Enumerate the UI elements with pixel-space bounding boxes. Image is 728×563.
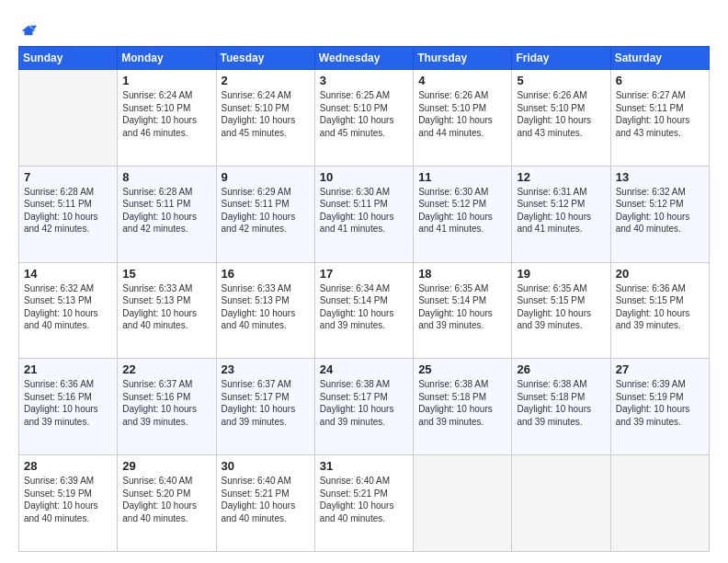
page: SundayMondayTuesdayWednesdayThursdayFrid… bbox=[0, 0, 728, 563]
calendar-week-row: 1Sunrise: 6:24 AMSunset: 5:10 PMDaylight… bbox=[19, 70, 710, 167]
day-number: 22 bbox=[122, 362, 210, 376]
calendar-cell bbox=[19, 70, 118, 167]
day-info: Sunrise: 6:36 AMSunset: 5:15 PMDaylight:… bbox=[616, 282, 704, 332]
day-info: Sunrise: 6:35 AMSunset: 5:14 PMDaylight:… bbox=[418, 282, 506, 332]
day-number: 24 bbox=[320, 362, 408, 376]
weekday-header: Sunday bbox=[19, 47, 118, 70]
day-number: 16 bbox=[222, 267, 310, 281]
day-number: 10 bbox=[320, 170, 408, 184]
calendar-header-row: SundayMondayTuesdayWednesdayThursdayFrid… bbox=[19, 47, 710, 70]
calendar-cell: 9Sunrise: 6:29 AMSunset: 5:11 PMDaylight… bbox=[216, 166, 314, 262]
calendar-cell: 14Sunrise: 6:32 AMSunset: 5:13 PMDayligh… bbox=[19, 262, 118, 359]
calendar-cell: 30Sunrise: 6:40 AMSunset: 5:21 PMDayligh… bbox=[216, 455, 314, 552]
calendar-cell: 5Sunrise: 6:26 AMSunset: 5:10 PMDaylight… bbox=[512, 70, 610, 167]
calendar-cell: 1Sunrise: 6:24 AMSunset: 5:10 PMDaylight… bbox=[118, 70, 216, 167]
calendar-cell: 22Sunrise: 6:37 AMSunset: 5:16 PMDayligh… bbox=[118, 359, 216, 455]
day-number: 15 bbox=[122, 267, 210, 281]
weekday-header: Thursday bbox=[414, 47, 512, 70]
day-info: Sunrise: 6:38 AMSunset: 5:18 PMDaylight:… bbox=[517, 378, 605, 428]
day-number: 31 bbox=[320, 459, 408, 473]
day-info: Sunrise: 6:24 AMSunset: 5:10 PMDaylight:… bbox=[222, 89, 310, 139]
day-info: Sunrise: 6:37 AMSunset: 5:16 PMDaylight:… bbox=[122, 378, 210, 428]
weekday-header: Monday bbox=[118, 47, 216, 70]
day-info: Sunrise: 6:26 AMSunset: 5:10 PMDaylight:… bbox=[418, 89, 506, 139]
day-info: Sunrise: 6:40 AMSunset: 5:20 PMDaylight:… bbox=[122, 475, 210, 524]
weekday-header: Tuesday bbox=[216, 47, 314, 70]
calendar-cell: 16Sunrise: 6:33 AMSunset: 5:13 PMDayligh… bbox=[216, 262, 314, 359]
day-number: 28 bbox=[24, 459, 112, 473]
day-info: Sunrise: 6:40 AMSunset: 5:21 PMDaylight:… bbox=[320, 475, 408, 524]
calendar-cell: 24Sunrise: 6:38 AMSunset: 5:17 PMDayligh… bbox=[314, 359, 413, 455]
day-number: 14 bbox=[24, 267, 112, 281]
day-number: 27 bbox=[616, 362, 704, 376]
day-info: Sunrise: 6:32 AMSunset: 5:12 PMDaylight:… bbox=[616, 186, 704, 236]
calendar-cell: 13Sunrise: 6:32 AMSunset: 5:12 PMDayligh… bbox=[610, 166, 709, 262]
calendar-cell: 15Sunrise: 6:33 AMSunset: 5:13 PMDayligh… bbox=[118, 262, 216, 359]
day-info: Sunrise: 6:35 AMSunset: 5:15 PMDaylight:… bbox=[517, 282, 605, 332]
calendar-cell: 28Sunrise: 6:39 AMSunset: 5:19 PMDayligh… bbox=[19, 455, 118, 552]
day-info: Sunrise: 6:26 AMSunset: 5:10 PMDaylight:… bbox=[517, 89, 605, 139]
calendar-cell bbox=[414, 455, 512, 552]
calendar-cell: 7Sunrise: 6:28 AMSunset: 5:11 PMDaylight… bbox=[19, 166, 118, 262]
day-number: 6 bbox=[616, 74, 704, 87]
day-info: Sunrise: 6:28 AMSunset: 5:11 PMDaylight:… bbox=[122, 186, 210, 236]
day-info: Sunrise: 6:24 AMSunset: 5:10 PMDaylight:… bbox=[122, 89, 210, 139]
logo-icon bbox=[20, 22, 37, 39]
day-number: 26 bbox=[517, 362, 605, 376]
logo bbox=[18, 20, 37, 39]
calendar-cell bbox=[512, 455, 610, 552]
weekday-header: Friday bbox=[512, 47, 610, 70]
day-info: Sunrise: 6:39 AMSunset: 5:19 PMDaylight:… bbox=[24, 475, 112, 524]
day-number: 2 bbox=[222, 74, 310, 87]
header bbox=[18, 17, 710, 39]
day-info: Sunrise: 6:34 AMSunset: 5:14 PMDaylight:… bbox=[320, 282, 408, 332]
calendar-cell: 10Sunrise: 6:30 AMSunset: 5:11 PMDayligh… bbox=[314, 166, 413, 262]
calendar-cell: 25Sunrise: 6:38 AMSunset: 5:18 PMDayligh… bbox=[414, 359, 512, 455]
calendar-cell: 8Sunrise: 6:28 AMSunset: 5:11 PMDaylight… bbox=[118, 166, 216, 262]
calendar-cell: 12Sunrise: 6:31 AMSunset: 5:12 PMDayligh… bbox=[512, 166, 610, 262]
calendar-week-row: 28Sunrise: 6:39 AMSunset: 5:19 PMDayligh… bbox=[19, 455, 710, 552]
day-info: Sunrise: 6:33 AMSunset: 5:13 PMDaylight:… bbox=[222, 282, 310, 332]
day-info: Sunrise: 6:39 AMSunset: 5:19 PMDaylight:… bbox=[616, 378, 704, 428]
day-info: Sunrise: 6:27 AMSunset: 5:11 PMDaylight:… bbox=[616, 89, 704, 139]
day-info: Sunrise: 6:28 AMSunset: 5:11 PMDaylight:… bbox=[24, 186, 112, 236]
calendar-cell: 27Sunrise: 6:39 AMSunset: 5:19 PMDayligh… bbox=[610, 359, 709, 455]
day-info: Sunrise: 6:38 AMSunset: 5:17 PMDaylight:… bbox=[320, 378, 408, 428]
day-number: 19 bbox=[517, 267, 605, 281]
calendar-cell: 6Sunrise: 6:27 AMSunset: 5:11 PMDaylight… bbox=[610, 70, 709, 167]
day-number: 3 bbox=[320, 74, 408, 87]
day-number: 7 bbox=[24, 170, 112, 184]
day-number: 29 bbox=[122, 459, 210, 473]
calendar-cell: 18Sunrise: 6:35 AMSunset: 5:14 PMDayligh… bbox=[414, 262, 512, 359]
calendar-cell bbox=[610, 455, 709, 552]
calendar-cell: 29Sunrise: 6:40 AMSunset: 5:20 PMDayligh… bbox=[118, 455, 216, 552]
calendar-cell: 26Sunrise: 6:38 AMSunset: 5:18 PMDayligh… bbox=[512, 359, 610, 455]
calendar-cell: 2Sunrise: 6:24 AMSunset: 5:10 PMDaylight… bbox=[216, 70, 314, 167]
day-info: Sunrise: 6:33 AMSunset: 5:13 PMDaylight:… bbox=[122, 282, 210, 332]
day-number: 5 bbox=[517, 74, 605, 87]
day-number: 21 bbox=[24, 362, 112, 376]
calendar: SundayMondayTuesdayWednesdayThursdayFrid… bbox=[18, 46, 710, 552]
day-info: Sunrise: 6:32 AMSunset: 5:13 PMDaylight:… bbox=[24, 282, 112, 332]
weekday-header: Saturday bbox=[610, 47, 709, 70]
calendar-cell: 23Sunrise: 6:37 AMSunset: 5:17 PMDayligh… bbox=[216, 359, 314, 455]
calendar-cell: 4Sunrise: 6:26 AMSunset: 5:10 PMDaylight… bbox=[414, 70, 512, 167]
day-number: 4 bbox=[418, 74, 506, 87]
day-number: 25 bbox=[418, 362, 506, 376]
day-number: 30 bbox=[222, 459, 310, 473]
day-info: Sunrise: 6:25 AMSunset: 5:10 PMDaylight:… bbox=[320, 89, 408, 139]
calendar-cell: 17Sunrise: 6:34 AMSunset: 5:14 PMDayligh… bbox=[314, 262, 413, 359]
calendar-cell: 19Sunrise: 6:35 AMSunset: 5:15 PMDayligh… bbox=[512, 262, 610, 359]
day-info: Sunrise: 6:31 AMSunset: 5:12 PMDaylight:… bbox=[517, 186, 605, 236]
calendar-cell: 20Sunrise: 6:36 AMSunset: 5:15 PMDayligh… bbox=[610, 262, 709, 359]
calendar-cell: 31Sunrise: 6:40 AMSunset: 5:21 PMDayligh… bbox=[314, 455, 413, 552]
calendar-cell: 21Sunrise: 6:36 AMSunset: 5:16 PMDayligh… bbox=[19, 359, 118, 455]
day-number: 12 bbox=[517, 170, 605, 184]
day-info: Sunrise: 6:38 AMSunset: 5:18 PMDaylight:… bbox=[418, 378, 506, 428]
calendar-week-row: 7Sunrise: 6:28 AMSunset: 5:11 PMDaylight… bbox=[19, 166, 710, 262]
calendar-cell: 11Sunrise: 6:30 AMSunset: 5:12 PMDayligh… bbox=[414, 166, 512, 262]
calendar-cell: 3Sunrise: 6:25 AMSunset: 5:10 PMDaylight… bbox=[314, 70, 413, 167]
day-info: Sunrise: 6:37 AMSunset: 5:17 PMDaylight:… bbox=[222, 378, 310, 428]
day-number: 17 bbox=[320, 267, 408, 281]
weekday-header: Wednesday bbox=[314, 47, 413, 70]
